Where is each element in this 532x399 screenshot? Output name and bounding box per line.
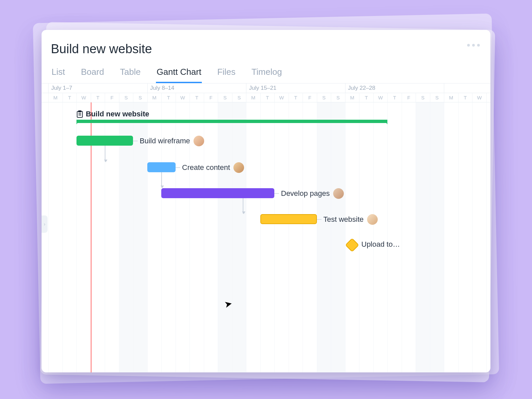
gantt-body: › Build new websiteBuild wireframeCreate… bbox=[42, 102, 490, 372]
tab-table[interactable]: Table bbox=[119, 65, 141, 83]
day-label: T bbox=[260, 93, 275, 102]
day-label: T bbox=[190, 93, 204, 102]
day-label: M bbox=[345, 93, 359, 102]
project-summary-bar[interactable] bbox=[76, 120, 387, 123]
day-label: M bbox=[444, 93, 458, 102]
day-label: M bbox=[147, 93, 162, 102]
tab-timelog[interactable]: Timelog bbox=[251, 65, 283, 83]
dependency-arrow bbox=[243, 198, 243, 213]
week-label: July 22–28 bbox=[345, 83, 444, 93]
day-label: T bbox=[289, 93, 303, 102]
gantt-area: July 1–7July 8–14July 15–21July 22–28 MT… bbox=[42, 83, 490, 372]
page-title: Build new website bbox=[51, 42, 152, 56]
assignee-avatar[interactable] bbox=[367, 214, 378, 225]
assignee-avatar[interactable] bbox=[333, 188, 344, 199]
label-connector bbox=[317, 219, 322, 220]
tab-files[interactable]: Files bbox=[216, 65, 236, 83]
day-label: T bbox=[486, 93, 491, 102]
day-label: S bbox=[430, 93, 444, 102]
milestone-upload[interactable] bbox=[345, 238, 359, 252]
day-label: F bbox=[303, 93, 317, 102]
dependency-arrow bbox=[161, 172, 162, 188]
day-label: T bbox=[91, 93, 105, 102]
day-label: T bbox=[458, 93, 472, 102]
task-label-test[interactable]: Test website bbox=[324, 214, 378, 225]
day-label: S bbox=[416, 93, 430, 102]
task-bar-test[interactable] bbox=[260, 214, 317, 224]
dependency-arrow bbox=[105, 146, 105, 162]
assignee-avatar[interactable] bbox=[233, 162, 244, 173]
view-tabs: ListBoardTableGantt ChartFilesTimelog bbox=[51, 65, 283, 83]
week-header: July 1–7July 8–14July 15–21July 22–28 bbox=[42, 83, 490, 93]
day-label: T bbox=[63, 93, 77, 102]
more-menu-button[interactable] bbox=[467, 44, 480, 47]
day-label: M bbox=[246, 93, 260, 102]
task-bar-wireframe[interactable] bbox=[76, 136, 133, 146]
clipboard-icon bbox=[76, 110, 83, 118]
week-label: July 15–21 bbox=[246, 83, 345, 93]
week-label: July 1–7 bbox=[48, 83, 147, 93]
day-label: W bbox=[373, 93, 388, 102]
gantt-card: Build new website ListBoardTableGantt Ch… bbox=[42, 30, 490, 372]
day-label: S bbox=[331, 93, 345, 102]
task-label-wireframe[interactable]: Build wireframe bbox=[140, 136, 204, 146]
label-connector bbox=[176, 167, 180, 168]
tab-gantt-chart[interactable]: Gantt Chart bbox=[156, 65, 202, 83]
day-label: S bbox=[133, 93, 147, 102]
day-label: F bbox=[204, 93, 218, 102]
day-label: F bbox=[402, 93, 416, 102]
assignee-avatar[interactable] bbox=[194, 136, 204, 146]
tab-list[interactable]: List bbox=[51, 65, 66, 83]
week-label: July 8–14 bbox=[147, 83, 246, 93]
task-label-content[interactable]: Create content bbox=[182, 162, 244, 173]
tasks-layer: Build new websiteBuild wireframeCreate c… bbox=[42, 102, 490, 372]
label-connector bbox=[133, 141, 138, 141]
day-label: S bbox=[119, 93, 133, 102]
day-label: S bbox=[317, 93, 331, 102]
day-label: F bbox=[105, 93, 119, 102]
task-bar-develop[interactable] bbox=[161, 188, 274, 198]
day-label: W bbox=[472, 93, 486, 102]
day-header: MTWTFSSMTWTFSSMTWTFSSMTWTFSSMTWT bbox=[42, 93, 490, 102]
day-label: T bbox=[359, 93, 373, 102]
label-connector bbox=[274, 193, 279, 194]
milestone-label-upload[interactable]: Upload to… bbox=[361, 240, 400, 249]
day-label: S bbox=[232, 93, 246, 102]
week-label bbox=[444, 83, 490, 93]
project-summary-label[interactable]: Build new website bbox=[76, 110, 149, 118]
task-label-develop[interactable]: Develop pages bbox=[281, 188, 344, 199]
day-label: W bbox=[76, 93, 91, 102]
day-label: S bbox=[218, 93, 232, 102]
day-label: T bbox=[161, 93, 176, 102]
day-label: W bbox=[274, 93, 289, 102]
day-label: M bbox=[48, 93, 63, 102]
day-label: T bbox=[387, 93, 402, 102]
tab-board[interactable]: Board bbox=[80, 65, 104, 83]
day-label: W bbox=[176, 93, 190, 102]
task-bar-content[interactable] bbox=[147, 162, 176, 172]
